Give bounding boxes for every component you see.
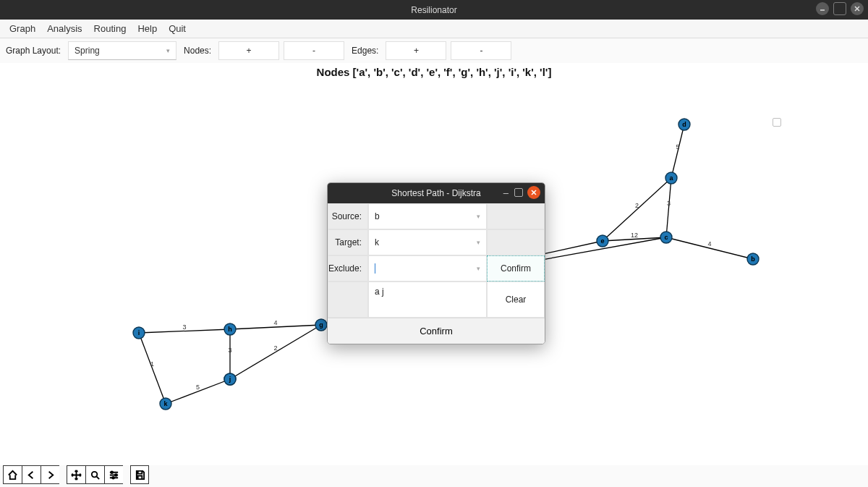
svg-line-25 — [671, 124, 684, 178]
menu-routing[interactable]: Routing — [89, 22, 132, 35]
save-icon[interactable] — [130, 465, 149, 484]
layout-dropdown[interactable]: Spring ▾ — [68, 41, 176, 60]
dialog-spacer — [487, 229, 545, 255]
dialog-title: Shortest Path - Dijkstra — [391, 188, 480, 198]
layout-value: Spring — [75, 46, 100, 56]
svg-text:c: c — [664, 234, 668, 241]
svg-text:5: 5 — [676, 143, 679, 151]
dialog-titlebar[interactable]: Shortest Path - Dijkstra – — [328, 183, 545, 203]
exclude-confirm-button[interactable]: Confirm — [487, 255, 545, 281]
svg-point-56 — [111, 471, 113, 473]
svg-point-57 — [115, 474, 117, 476]
edges-remove-button[interactable]: - — [451, 41, 511, 60]
menu-analysis[interactable]: Analysis — [42, 22, 87, 35]
dialog-confirm-button[interactable]: Confirm — [328, 318, 545, 344]
svg-line-13 — [230, 325, 321, 379]
exclude-value — [375, 263, 375, 274]
svg-text:2: 2 — [273, 344, 277, 352]
svg-text:4: 4 — [273, 319, 277, 326]
source-dropdown[interactable]: b ▾ — [368, 203, 487, 229]
forward-icon[interactable] — [41, 465, 59, 484]
dialog-maximize-button[interactable] — [514, 188, 523, 197]
window-close-button[interactable] — [851, 2, 864, 15]
layout-label: Graph Layout: — [3, 46, 64, 56]
nodes-remove-button[interactable]: - — [284, 41, 344, 60]
window-maximize-button[interactable] — [833, 2, 846, 15]
svg-text:12: 12 — [631, 232, 638, 239]
clear-button[interactable]: Clear — [487, 281, 545, 318]
menubar: Graph Analysis Routing Help Quit — [0, 20, 868, 38]
svg-point-55 — [92, 471, 98, 477]
caret-down-icon: ▾ — [472, 265, 480, 272]
svg-text:3: 3 — [228, 347, 231, 354]
svg-text:i: i — [138, 329, 140, 336]
edges-label: Edges: — [349, 46, 381, 56]
shortest-path-dialog: Shortest Path - Dijkstra – Source: b ▾ T… — [327, 182, 545, 344]
dialog-minimize-button[interactable]: – — [502, 187, 510, 198]
edges-add-button[interactable]: + — [386, 41, 446, 60]
dialog-spacer — [487, 203, 545, 229]
toolbar-separator — [123, 465, 130, 484]
graph-toolbar: Graph Layout: Spring ▾ Nodes: + - Edges:… — [0, 38, 868, 63]
menu-quit[interactable]: Quit — [163, 22, 191, 35]
toolbar-separator — [59, 465, 67, 484]
nodes-label: Nodes: — [181, 46, 214, 56]
svg-text:2: 2 — [635, 202, 639, 209]
pan-icon[interactable] — [67, 465, 85, 484]
home-icon[interactable] — [3, 465, 22, 484]
svg-text:5: 5 — [196, 384, 200, 391]
caret-down-icon: ▾ — [472, 213, 480, 220]
window-titlebar: Resilionator — [0, 0, 868, 20]
svg-line-5 — [139, 333, 166, 404]
svg-line-23 — [666, 178, 671, 237]
exclude-dropdown[interactable]: ▾ — [368, 255, 487, 281]
svg-text:d: d — [682, 121, 686, 128]
source-value: b — [375, 211, 380, 221]
svg-point-58 — [112, 476, 114, 478]
svg-text:1: 1 — [150, 360, 154, 368]
zoom-icon[interactable] — [85, 465, 104, 484]
target-label: Target: — [328, 229, 368, 255]
target-dropdown[interactable]: k ▾ — [368, 229, 487, 255]
excluded-list-textarea[interactable]: a j — [368, 281, 487, 318]
svg-text:3: 3 — [667, 200, 671, 207]
window-minimize-button[interactable] — [816, 2, 829, 15]
caret-down-icon: ▾ — [472, 239, 480, 246]
dialog-close-button[interactable] — [527, 186, 540, 199]
back-icon[interactable] — [22, 465, 41, 484]
target-value: k — [375, 237, 379, 247]
svg-text:j: j — [229, 376, 231, 383]
exclude-label: Exclude: — [328, 255, 368, 281]
svg-text:h: h — [228, 326, 232, 333]
svg-text:b: b — [751, 255, 755, 263]
caret-down-icon: ▾ — [166, 47, 170, 54]
svg-text:g: g — [319, 321, 323, 329]
window-title: Resilionator — [411, 5, 456, 15]
configure-icon[interactable] — [104, 465, 123, 484]
menu-help[interactable]: Help — [132, 22, 162, 35]
svg-text:3: 3 — [182, 323, 186, 331]
plot-nav-toolbar — [3, 465, 149, 484]
dialog-spacer — [328, 281, 368, 318]
svg-text:4: 4 — [707, 240, 711, 247]
svg-text:e: e — [600, 237, 604, 245]
menu-graph[interactable]: Graph — [4, 22, 41, 35]
nodes-add-button[interactable]: + — [218, 41, 279, 60]
source-label: Source: — [328, 203, 368, 229]
